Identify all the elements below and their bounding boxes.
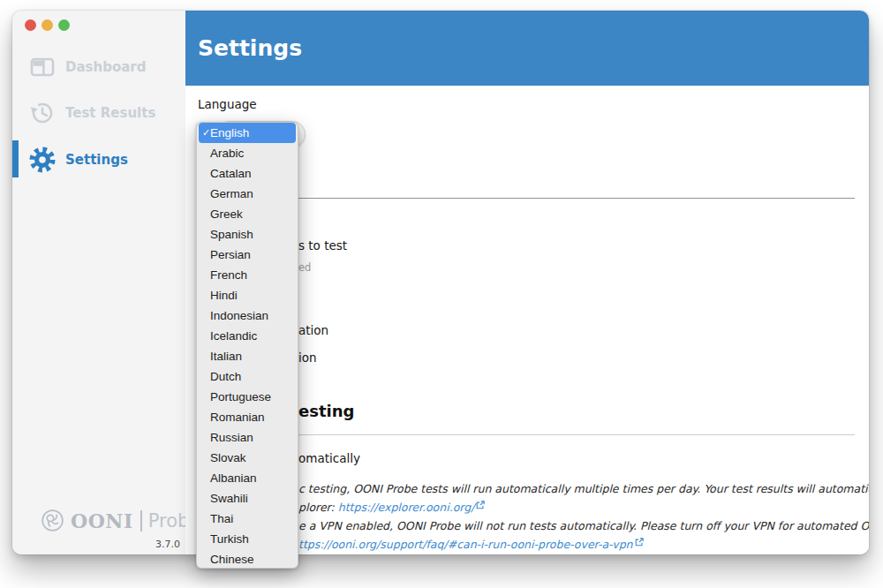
logo-brand-text: OONI xyxy=(71,509,133,532)
dropdown-option[interactable]: ✓ English xyxy=(199,123,296,143)
zoom-window-button[interactable] xyxy=(58,19,70,31)
sidebar-item-label: Settings xyxy=(65,152,128,168)
sidebar-item-label: Test Results xyxy=(65,105,155,121)
dropdown-option[interactable]: ✓ Albanian xyxy=(197,468,298,488)
dropdown-option[interactable]: ✓ Portuguese xyxy=(197,387,298,407)
dropdown-option[interactable]: ✓ Arabic xyxy=(197,143,298,163)
explorer-link[interactable]: https://explorer.ooni.org/ xyxy=(338,501,475,514)
note-line2-prefix: plorer: xyxy=(298,501,338,514)
vpn-note-line2: ttps://ooni.org/support/faq/#can-i-run-o… xyxy=(298,537,644,552)
dropdown-option[interactable]: ✓ Greek xyxy=(197,204,298,224)
dashboard-icon xyxy=(28,53,57,81)
sidebar-item-test-results[interactable]: Test Results xyxy=(12,98,185,128)
websites-to-test-label: s to test xyxy=(298,237,347,253)
ooni-logo: OONI Probe xyxy=(41,509,200,532)
websites-subtext: ed xyxy=(298,260,311,275)
auto-testing-note-line1: c testing, OONI Probe tests will run aut… xyxy=(298,481,869,496)
logo-separator xyxy=(140,510,142,531)
external-link-icon xyxy=(635,538,644,547)
traffic-lights xyxy=(25,19,70,31)
dropdown-option[interactable]: ✓ Spanish xyxy=(197,224,298,245)
app-screen: Dashboard Test Results Settings xyxy=(0,0,883,588)
close-window-button[interactable] xyxy=(25,19,36,31)
minimize-window-button[interactable] xyxy=(42,19,53,31)
external-link-icon xyxy=(476,501,485,509)
dropdown-option[interactable]: ✓ Romanian xyxy=(197,407,298,427)
dropdown-option[interactable]: ✓ Turkish xyxy=(197,529,298,549)
vpn-note-line1: e a VPN enabled, OONI Probe will not run… xyxy=(298,518,869,533)
dropdown-option[interactable]: ✓ Hindi xyxy=(197,285,298,305)
sidebar-item-dashboard[interactable]: Dashboard xyxy=(12,52,185,82)
language-label: Language xyxy=(198,97,257,111)
page-title: Settings xyxy=(198,35,302,61)
dropdown-option[interactable]: ✓ Italian xyxy=(197,346,298,366)
dropdown-option[interactable]: ✓ Thai xyxy=(197,509,298,529)
dropdown-option[interactable]: ✓ Chinese xyxy=(197,549,298,569)
app-window: Dashboard Test Results Settings xyxy=(12,11,869,554)
language-dropdown: ✓ English ✓ Arabic ✓ Catalan ✓ German ✓ … xyxy=(196,122,298,569)
vpn-faq-link[interactable]: ttps://ooni.org/support/faq/#can-i-run-o… xyxy=(298,538,633,551)
run-automatically-label: omatically xyxy=(298,450,360,466)
ooni-logo-icon xyxy=(41,509,64,532)
sidebar: Dashboard Test Results Settings xyxy=(12,11,185,554)
dropdown-option[interactable]: ✓ Indonesian xyxy=(197,305,298,326)
sidebar-item-settings[interactable]: Settings xyxy=(12,145,185,175)
gear-icon xyxy=(28,146,57,174)
auto-testing-note-line2: plorer: https://explorer.ooni.org/ xyxy=(298,500,485,515)
dropdown-option[interactable]: ✓ Slovak xyxy=(197,448,298,468)
dropdown-option[interactable]: ✓ French xyxy=(197,265,298,285)
checkmark-icon: ✓ xyxy=(202,123,210,143)
dropdown-option[interactable]: ✓ Persian xyxy=(197,245,298,265)
dropdown-option[interactable]: ✓ Swahili xyxy=(197,488,298,509)
dropdown-option[interactable]: ✓ German xyxy=(197,184,298,204)
option-label-fragment: ation xyxy=(298,322,328,338)
dropdown-option[interactable]: ✓ Dutch xyxy=(197,366,298,387)
option-label-fragment: ion xyxy=(298,350,317,366)
automated-testing-heading: esting xyxy=(298,401,354,422)
dropdown-option[interactable]: ✓ Catalan xyxy=(197,163,298,184)
app-version: 3.7.0 xyxy=(118,539,180,550)
sidebar-item-label: Dashboard xyxy=(65,59,146,75)
history-icon xyxy=(28,99,57,127)
page-header: Settings xyxy=(185,11,869,86)
dropdown-option[interactable]: ✓ Icelandic xyxy=(197,326,298,346)
dropdown-option[interactable]: ✓ Russian xyxy=(197,427,298,448)
